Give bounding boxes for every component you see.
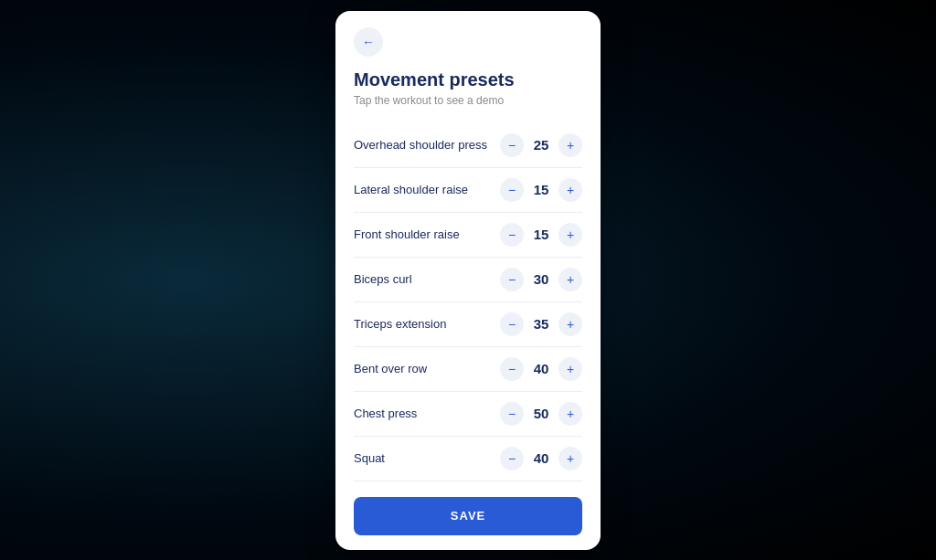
- increment-button[interactable]: +: [558, 223, 582, 247]
- card-header: ← Movement presets Tap the workout to se…: [335, 11, 601, 123]
- decrement-button[interactable]: −: [500, 268, 524, 291]
- exercise-name: Overhead shoulder press: [354, 138, 500, 152]
- decrement-button[interactable]: −: [500, 133, 524, 157]
- decrement-button[interactable]: −: [500, 402, 524, 426]
- increment-button[interactable]: +: [558, 268, 582, 291]
- counter-value: 40: [529, 361, 553, 376]
- exercise-row: Biceps curl − 30 +: [354, 258, 582, 302]
- exercise-name: Front shoulder raise: [354, 227, 500, 241]
- counter: − 15 +: [500, 223, 582, 247]
- increment-button[interactable]: +: [558, 447, 582, 470]
- exercise-name: Biceps curl: [354, 272, 500, 286]
- exercise-row: Lateral shoulder raise − 15 +: [354, 168, 582, 213]
- exercise-name: Lateral shoulder raise: [354, 183, 500, 196]
- back-arrow-icon: ←: [362, 35, 375, 49]
- exercise-row: Overhead shoulder press − 25 +: [354, 123, 582, 168]
- counter: − 15 +: [500, 178, 582, 202]
- exercise-name: Squat: [354, 451, 500, 465]
- save-button[interactable]: SAVE: [354, 497, 582, 535]
- counter-value: 25: [529, 137, 553, 153]
- counter: − 40 +: [500, 447, 582, 470]
- increment-button[interactable]: +: [558, 312, 582, 336]
- page-title: Movement presets: [354, 69, 582, 90]
- increment-button[interactable]: +: [558, 178, 582, 202]
- counter: − 50 +: [500, 402, 582, 426]
- counter-value: 15: [529, 182, 553, 197]
- exercise-row: Chest press − 50 +: [354, 392, 582, 437]
- page-subtitle: Tap the workout to see a demo: [354, 94, 582, 107]
- counter-value: 35: [529, 316, 553, 332]
- counter: − 30 +: [500, 268, 582, 291]
- decrement-button[interactable]: −: [500, 223, 524, 247]
- counter-value: 15: [529, 227, 553, 242]
- exercise-row: Triceps extension − 35 +: [354, 302, 582, 347]
- card-footer: SAVE: [335, 486, 601, 550]
- decrement-button[interactable]: −: [500, 357, 524, 381]
- movement-presets-card: ← Movement presets Tap the workout to se…: [335, 11, 601, 550]
- back-button[interactable]: ←: [354, 27, 383, 57]
- exercise-name: Bent over row: [354, 362, 500, 375]
- increment-button[interactable]: +: [558, 357, 582, 381]
- counter-value: 40: [529, 450, 553, 466]
- decrement-button[interactable]: −: [500, 178, 524, 202]
- counter: − 35 +: [500, 312, 582, 336]
- counter: − 40 +: [500, 357, 582, 381]
- counter-value: 50: [529, 406, 553, 421]
- counter-value: 30: [529, 271, 553, 287]
- increment-button[interactable]: +: [558, 133, 582, 157]
- exercise-name: Chest press: [354, 407, 500, 420]
- exercise-row: Front shoulder raise − 15 +: [354, 213, 582, 258]
- decrement-button[interactable]: −: [500, 312, 524, 336]
- exercises-list: Overhead shoulder press − 25 + Lateral s…: [335, 123, 601, 486]
- exercise-row: Squat − 40 +: [354, 437, 582, 481]
- exercise-row: Bent over row − 40 +: [354, 347, 582, 392]
- increment-button[interactable]: +: [558, 402, 582, 426]
- exercise-name: Triceps extension: [354, 317, 500, 331]
- counter: − 25 +: [500, 133, 582, 157]
- decrement-button[interactable]: −: [500, 447, 524, 470]
